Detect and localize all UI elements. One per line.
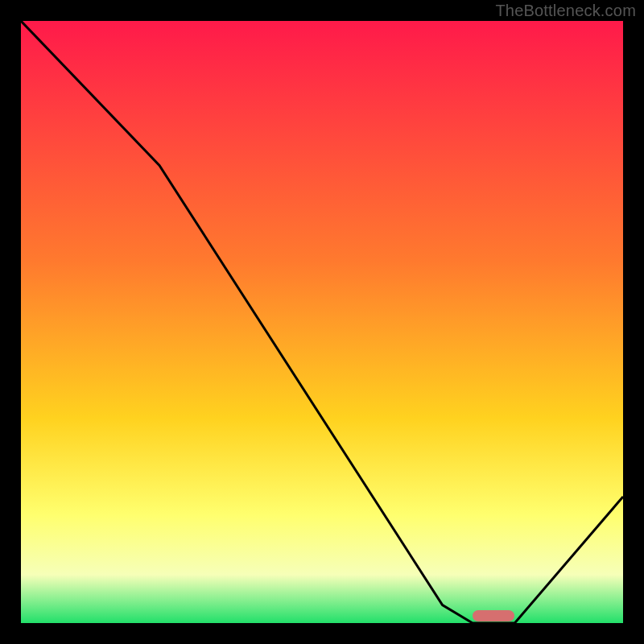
gradient-rect [21, 21, 623, 623]
chart-gradient-background [21, 21, 623, 623]
chart-frame [18, 18, 626, 626]
optimal-range-marker [473, 610, 514, 621]
